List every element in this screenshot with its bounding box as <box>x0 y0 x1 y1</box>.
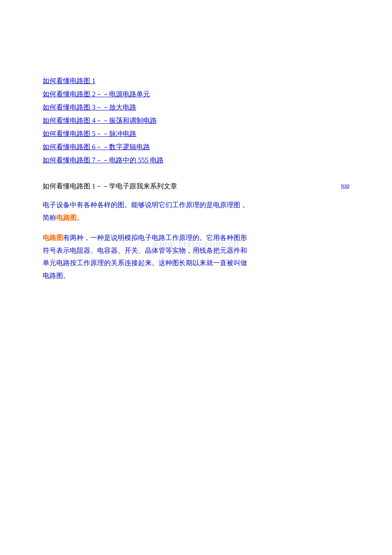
toc-link-3[interactable]: 如何看懂电路图 3－－放大电路 <box>43 103 349 112</box>
toc-link-5[interactable]: 如何看懂电路图 5－－脉冲电路 <box>43 130 349 139</box>
top-link[interactable]: top <box>341 182 349 189</box>
section-1-block: 如何看懂电路图 1－－学电子跟我来系列文章 top 电子设备中有各种各样的图。能… <box>43 182 349 282</box>
toc-link-7[interactable]: 如何看懂电路图 7－－电路中的 555 电路 <box>43 156 349 165</box>
p1-bold: 电路图 <box>56 214 77 221</box>
p2-after: 有两种，一种是说明模拟电子电路工作原理的。它用各种图形符号表示电阻器、电容器、开… <box>43 234 247 279</box>
page-container: www.zixin.com.cn 如何看懂电路图 1 如何看懂电路图 2－－电源… <box>0 0 392 555</box>
toc-link-4[interactable]: 如何看懂电路图 4－－振荡和调制电路 <box>43 116 349 125</box>
toc-link-1[interactable]: 如何看懂电路图 1 <box>43 77 349 86</box>
toc-section: 如何看懂电路图 1 如何看懂电路图 2－－电源电路单元 如何看懂电路图 3－－放… <box>43 77 349 165</box>
toc-link-6[interactable]: 如何看懂电路图 6－－数字逻辑电路 <box>43 143 349 152</box>
p2-bold: 电路图 <box>43 234 63 241</box>
body-paragraph-1: 电子设备中有各种各样的图。能够说明它们工作原理的是电原理图，简称电路图。 <box>43 199 349 224</box>
section-1-title: 如何看懂电路图 1－－学电子跟我来系列文章 <box>43 182 177 191</box>
section-header-row: 如何看懂电路图 1－－学电子跟我来系列文章 top <box>43 182 349 191</box>
toc-link-2[interactable]: 如何看懂电路图 2－－电源电路单元 <box>43 90 349 99</box>
body-paragraph-2: 电路图有两种，一种是说明模拟电子电路工作原理的。它用各种图形符号表示电阻器、电容… <box>43 231 349 282</box>
p1-after: 。 <box>77 214 84 221</box>
